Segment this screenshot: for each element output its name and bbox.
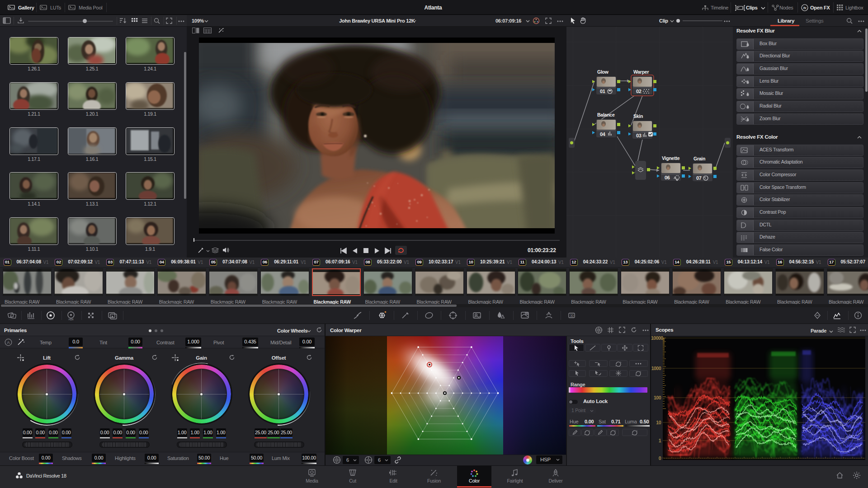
svg-text:HDR: HDR [68, 318, 73, 321]
svg-text:Balance: Balance [597, 112, 615, 117]
svg-text:Vignette: Vignette [662, 155, 680, 161]
svg-text:A: A [7, 340, 10, 345]
svg-text:02: 02 [636, 89, 642, 94]
svg-text:03: 03 [636, 133, 642, 138]
svg-text:Glow: Glow [597, 69, 609, 75]
svg-text:01: 01 [600, 89, 605, 94]
svg-text:04: 04 [600, 131, 606, 137]
svg-text:Skin: Skin [633, 113, 643, 119]
svg-text:Warper: Warper [633, 69, 649, 75]
svg-text:07: 07 [696, 175, 702, 181]
svg-text:06: 06 [665, 175, 670, 180]
svg-text:fx: fx [803, 6, 807, 10]
svg-text:Grain: Grain [693, 156, 705, 161]
svg-text:3D: 3D [570, 314, 574, 317]
